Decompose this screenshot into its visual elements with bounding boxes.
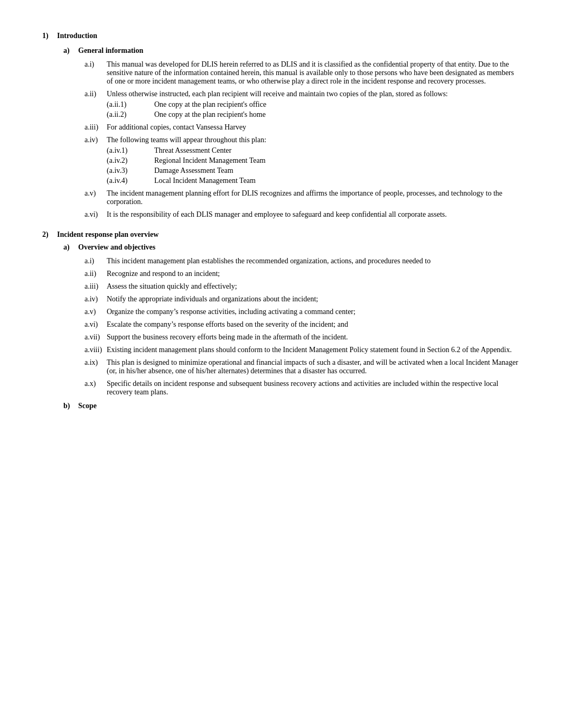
item-av-content: The incident management planning effort … [107,189,519,206]
s2-item-ai-label: a.i) [85,257,107,265]
item-aiv-1: (a.iv.1) Threat Assessment Center [107,146,519,155]
item-aiii-label: a.iii) [85,123,107,132]
item-aii-1: (a.ii.1) One copy at the plan recipient'… [107,100,519,109]
s2-item-ax: a.x) Specific details on incident respon… [85,380,519,397]
s2-item-avi: a.vi) Escalate the company’s response ef… [85,320,519,329]
item-aiii-content: For additional copies, contact Vansessa … [107,123,246,132]
item-aii-2: (a.ii.2) One copy at the plan recipient'… [107,110,519,119]
s2-item-avi-label: a.vi) [85,320,107,329]
s2-item-aiii-content: Assess the situation quickly and effecti… [107,282,237,291]
subsection-2a-title: Overview and objectives [78,243,155,252]
s2-item-aviii-label: a.viii) [85,346,107,354]
item-aii-content: Unless otherwise instructed, each plan r… [107,90,448,98]
item-ai-label: a.i) [85,60,107,86]
subsection-2a-label: a) [63,243,78,252]
section-1-label: 1) [42,32,57,40]
subsection-2b-label: b) [63,402,78,410]
s2-item-aix-label: a.ix) [85,358,107,375]
s2-item-aviii-content: Existing incident management plans shoul… [107,346,512,354]
item-aii-2-label: (a.ii.2) [107,110,154,119]
item-aiv-3-content: Damage Assessment Team [154,167,233,175]
s2-item-aiii-label: a.iii) [85,282,107,291]
s2-item-av-content: Organize the company’s response activiti… [107,308,356,316]
subsection-2a: a) Overview and objectives a.i) This inc… [63,243,519,397]
item-avi-label: a.vi) [85,210,107,219]
s2-item-aiv: a.iv) Notify the appropriate individuals… [85,295,519,303]
item-aiv-2: (a.iv.2) Regional Incident Management Te… [107,156,519,165]
item-aiv-3-label: (a.iv.3) [107,167,154,175]
item-aii-1-label: (a.ii.1) [107,100,154,109]
s2-item-avii-label: a.vii) [85,333,107,342]
s2-item-aiv-content: Notify the appropriate individuals and o… [107,295,318,303]
subsection-1a-label: a) [63,47,78,55]
item-avi: a.vi) It is the responsibility of each D… [85,210,519,219]
item-aii-label: a.ii) [85,90,107,98]
item-aiv-4-label: (a.iv.4) [107,177,154,185]
subsection-2b: b) Scope [63,402,519,410]
s2-item-av: a.v) Organize the company’s response act… [85,308,519,316]
s2-item-ax-label: a.x) [85,380,107,397]
item-aii-1-content: One copy at the plan recipient's office [154,100,266,109]
s2-item-aviii: a.viii) Existing incident management pla… [85,346,519,354]
item-ai-content: This manual was developed for DLIS herei… [107,60,519,86]
section-2-label: 2) [42,231,57,239]
item-aiv-2-content: Regional Incident Management Team [154,156,266,165]
item-aiv-label: a.iv) [85,136,107,144]
s2-item-ax-content: Specific details on incident response an… [107,380,519,397]
item-aiv-4: (a.iv.4) Local Incident Management Team [107,177,519,185]
item-aiv-2-label: (a.iv.2) [107,156,154,165]
item-aiv-4-content: Local Incident Management Team [154,177,256,185]
s2-item-aii-content: Recognize and respond to an incident; [107,270,220,278]
item-aiv-content: The following teams will appear througho… [107,136,266,144]
s2-item-avii-content: Support the business recovery efforts be… [107,333,348,342]
s2-item-aiv-label: a.iv) [85,295,107,303]
s2-item-avii: a.vii) Support the business recovery eff… [85,333,519,342]
item-av: a.v) The incident management planning ef… [85,189,519,206]
s2-item-avi-content: Escalate the company’s response efforts … [107,320,348,329]
subsection-1a-title: General information [78,47,143,55]
item-ai: a.i) This manual was developed for DLIS … [85,60,519,86]
s2-item-aix-content: This plan is designed to minimize operat… [107,358,519,375]
s2-item-aii: a.ii) Recognize and respond to an incide… [85,270,519,278]
item-aiii: a.iii) For additional copies, contact Va… [85,123,519,132]
s2-item-ai-content: This incident management plan establishe… [107,257,431,265]
s2-item-aii-label: a.ii) [85,270,107,278]
s2-item-aiii: a.iii) Assess the situation quickly and … [85,282,519,291]
item-av-label: a.v) [85,189,107,206]
section-2-title: Incident response plan overview [57,231,158,239]
item-aii: a.ii) Unless otherwise instructed, each … [85,90,519,119]
section-1: 1) Introduction a) General information a… [42,32,519,219]
subsection-2b-title: Scope [78,402,97,410]
subsection-1a: a) General information a.i) This manual … [63,47,519,219]
item-avi-content: It is the responsibility of each DLIS ma… [107,210,447,219]
s2-item-av-label: a.v) [85,308,107,316]
document-page: 1) Introduction a) General information a… [0,0,561,728]
item-aiv-1-content: Threat Assessment Center [154,146,231,155]
item-aiv-1-label: (a.iv.1) [107,146,154,155]
item-aiv-3: (a.iv.3) Damage Assessment Team [107,167,519,175]
s2-item-aix: a.ix) This plan is designed to minimize … [85,358,519,375]
s2-item-ai: a.i) This incident management plan estab… [85,257,519,265]
section-2: 2) Incident response plan overview a) Ov… [42,231,519,410]
item-aii-2-content: One copy at the plan recipient's home [154,110,266,119]
item-aiv: a.iv) The following teams will appear th… [85,136,519,185]
section-1-title: Introduction [57,32,97,40]
